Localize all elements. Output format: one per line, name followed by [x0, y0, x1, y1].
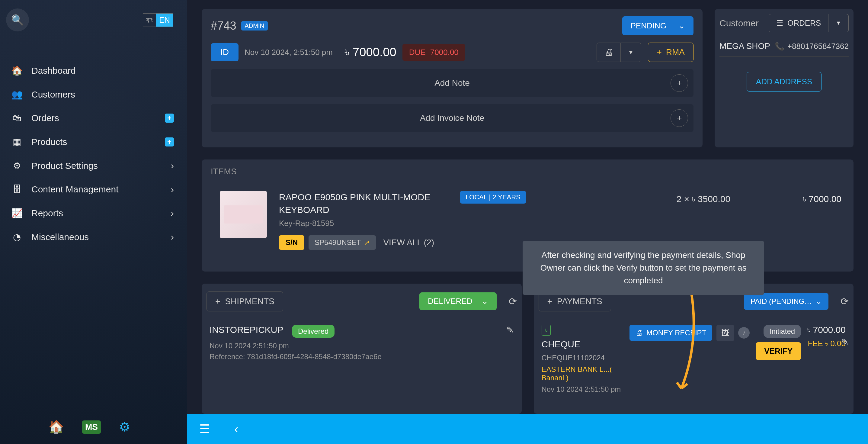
chevron-right-icon: › — [170, 160, 174, 171]
nav-label: Miscellaneous — [31, 232, 89, 242]
sidebar-footer: 🏠 MS ⚙ — [48, 419, 130, 434]
add-invoice-note-button[interactable]: + — [671, 109, 688, 127]
product-name[interactable]: RAPOO E9050G PINK MULTI-MODE KEYBOARD — [279, 191, 448, 216]
image-icon: 🖼 — [721, 328, 729, 337]
search-icon: 🔍 — [11, 14, 24, 26]
payment-reference: CHEQUE11102024 — [541, 354, 624, 362]
chevron-down-icon: ⌄ — [678, 21, 685, 30]
print-button[interactable]: 🖨 — [596, 42, 621, 62]
orders-icon: 🛍 — [11, 113, 23, 123]
rma-button[interactable]: + RMA — [648, 42, 693, 62]
add-order-button[interactable]: + — [165, 114, 174, 123]
items-card: ITEMS RAPOO E9050G PINK MULTI-MODE KEYBO… — [202, 159, 854, 271]
shipments-label: SHIPMENTS — [225, 297, 274, 306]
nav-reports[interactable]: 📈 Reports › — [0, 201, 187, 225]
settings-footer-icon[interactable]: ⚙ — [119, 419, 130, 434]
refresh-shipments-button[interactable]: ⟳ — [509, 296, 517, 307]
customer-phone: 📞+8801765847362 — [775, 41, 849, 51]
add-invoice-note-row[interactable]: Add Invoice Note + — [211, 104, 693, 132]
items-heading: ITEMS — [202, 159, 854, 184]
tooltip: After checking and verifying the payment… — [523, 241, 764, 295]
footer-bar: ☰ ‹ — [187, 414, 868, 444]
payment-method: CHEQUE — [541, 339, 624, 350]
bottom-row: + SHIPMENTS DELIVERED ⌄ ⟳ INSTOREPICKUP … — [202, 284, 854, 414]
chevron-right-icon: › — [170, 184, 174, 195]
nav-content-management[interactable]: 🗄 Content Management › — [0, 178, 187, 201]
sidebar: 🔍 বাং EN 🏠 Dashboard 👥 Customers 🛍 Order… — [0, 0, 187, 444]
add-shipment-button[interactable]: + SHIPMENTS — [207, 292, 283, 312]
home-icon: 🏠 — [11, 65, 23, 76]
admin-badge: ADMIN — [241, 21, 268, 30]
nav-product-settings[interactable]: ⚙ Product Settings › — [0, 154, 187, 178]
printer-icon: 🖨 — [604, 47, 613, 57]
products-icon: ▦ — [11, 137, 23, 147]
chart-icon: 📈 — [11, 208, 23, 218]
view-all-link[interactable]: VIEW ALL (2) — [383, 238, 434, 247]
serial-number-badge[interactable]: S/N — [279, 235, 304, 250]
info-button[interactable]: i — [738, 327, 750, 338]
plus-icon: + — [677, 78, 682, 88]
shipment-date: Nov 10 2024 2:51:50 pm — [210, 342, 514, 350]
edit-payment-button[interactable]: ✎ — [841, 337, 849, 347]
nav-orders[interactable]: 🛍 Orders + — [0, 106, 187, 130]
home-footer-icon[interactable]: 🏠 — [48, 419, 64, 434]
rma-label: RMA — [666, 48, 685, 57]
lang-en[interactable]: EN — [156, 13, 173, 27]
customer-orders-dropdown[interactable]: ☰ORDERS ▼ — [769, 14, 849, 32]
delivered-badge: Delivered — [292, 325, 335, 338]
add-note-row[interactable]: Add Note + — [211, 69, 693, 97]
verify-button[interactable]: VERIFY — [756, 342, 801, 360]
external-link-icon: ↗ — [364, 238, 370, 247]
nav: 🏠 Dashboard 👥 Customers 🛍 Orders + ▦ Pro… — [0, 59, 187, 249]
content-icon: 🗄 — [11, 184, 23, 195]
shipment-status-dropdown[interactable]: DELIVERED ⌄ — [420, 292, 496, 310]
due-amount: 7000.00 — [430, 48, 459, 57]
payment-amount: ৳ 7000.00 — [807, 325, 846, 335]
customer-card: Customer ☰ORDERS ▼ MEGA SHOP 📞+880176584… — [715, 9, 854, 147]
payments-label: PAYMENTS — [557, 297, 602, 306]
add-note-button[interactable]: + — [671, 74, 688, 92]
plus-icon: + — [547, 297, 552, 306]
orders-label: ORDERS — [787, 19, 821, 28]
lang-bn[interactable]: বাং — [143, 13, 156, 27]
misc-icon: ◔ — [11, 232, 23, 242]
add-product-button[interactable]: + — [165, 138, 174, 147]
print-button-group: 🖨 ▼ — [596, 42, 642, 62]
nav-label: Orders — [31, 113, 59, 123]
gear-icon: ⚙ — [11, 160, 23, 171]
payment-date: Nov 10 2024 2:51:50 pm — [541, 385, 624, 393]
due-label: DUE — [409, 48, 426, 57]
id-button[interactable]: ID — [211, 43, 239, 61]
nav-products[interactable]: ▦ Products + — [0, 130, 187, 154]
payment-bank: EASTERN BANK L...( Banani ) — [541, 365, 624, 382]
nav-customers[interactable]: 👥 Customers — [0, 83, 187, 106]
print-dropdown[interactable]: ▼ — [621, 42, 642, 62]
status-label: PENDING — [631, 21, 666, 30]
menu-button[interactable]: ☰ — [199, 422, 210, 436]
initiated-badge: Initiated — [764, 325, 801, 338]
payment-status-dropdown[interactable]: PAID (PENDING APP... ⌄ — [744, 293, 829, 310]
chevron-down-icon: ⌄ — [482, 297, 488, 306]
language-switch[interactable]: বাং EN — [143, 13, 173, 27]
chevron-right-icon: › — [170, 207, 174, 219]
chevron-down-icon: ⌄ — [816, 297, 822, 306]
customer-heading: Customer — [719, 18, 759, 28]
users-icon: 👥 — [11, 89, 23, 100]
nav-miscellaneous[interactable]: ◔ Miscellaneous › — [0, 225, 187, 249]
refresh-payments-button[interactable]: ⟳ — [840, 296, 849, 307]
order-status-dropdown[interactable]: PENDING ⌄ — [622, 16, 693, 35]
plus-icon: + — [657, 48, 661, 57]
search-button[interactable]: 🔍 — [6, 8, 29, 31]
nav-dashboard[interactable]: 🏠 Dashboard — [0, 59, 187, 83]
attachment-image-button[interactable]: 🖼 — [716, 325, 734, 341]
nav-label: Reports — [31, 208, 63, 218]
edit-shipment-button[interactable]: ✎ — [506, 325, 514, 335]
ms-badge[interactable]: MS — [82, 420, 101, 434]
sp-code-badge[interactable]: SP549UNSET ↗ — [309, 235, 376, 250]
order-total: ৳ 7000.00 — [345, 45, 396, 59]
content: #743 ADMIN PENDING ⌄ ID Nov 10 2024, 2:5… — [187, 0, 868, 414]
add-address-button[interactable]: ADD ADDRESS — [747, 72, 822, 91]
back-button[interactable]: ‹ — [234, 422, 238, 436]
nav-label: Customers — [31, 89, 75, 100]
warranty-badge: LOCAL | 2 YEARS — [460, 191, 526, 204]
